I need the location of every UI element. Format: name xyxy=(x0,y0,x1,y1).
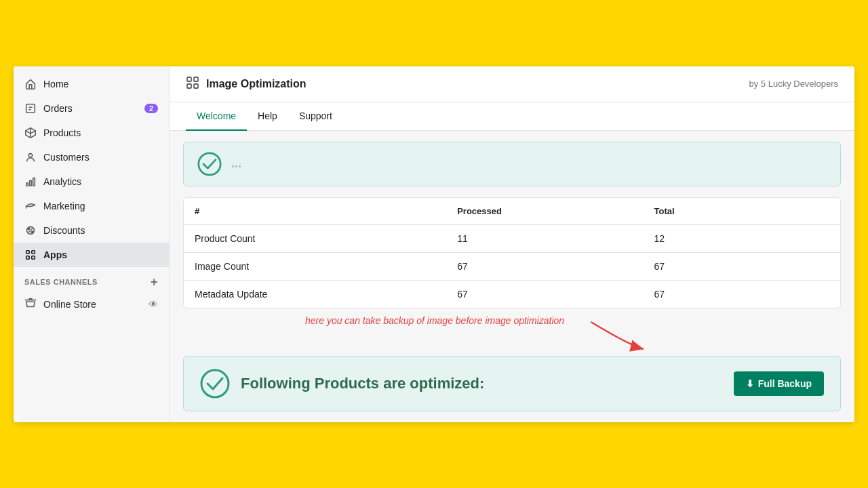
svg-rect-0 xyxy=(26,104,35,113)
annotation-area: here you can take backup of image before… xyxy=(183,308,841,356)
marketing-icon xyxy=(24,200,37,212)
orders-badge: 2 xyxy=(144,104,158,113)
table-row: Metadata Update 67 67 xyxy=(184,280,840,308)
full-backup-button[interactable]: ⬇ Full Backup xyxy=(734,371,824,396)
top-status-banner: ... xyxy=(183,142,841,186)
svg-rect-11 xyxy=(187,77,191,81)
cell-total: 12 xyxy=(644,224,840,252)
sidebar-item-customers[interactable]: Customers xyxy=(14,145,169,169)
svg-point-17 xyxy=(201,370,229,397)
page-title: Image Optimization xyxy=(206,78,307,90)
sidebar-item-marketing-label: Marketing xyxy=(43,201,85,211)
sidebar-item-apps-label: Apps xyxy=(43,249,67,260)
svg-rect-9 xyxy=(26,256,30,259)
sidebar-item-products[interactable]: Products xyxy=(14,121,169,145)
nav-tabs: Welcome Help Support xyxy=(170,102,854,131)
download-icon: ⬇ xyxy=(746,378,754,389)
online-store-actions: 👁 xyxy=(149,299,158,310)
home-icon xyxy=(24,78,37,90)
sidebar-item-home[interactable]: Home xyxy=(14,72,169,96)
svg-rect-12 xyxy=(194,77,198,81)
cell-total: 67 xyxy=(644,280,840,308)
svg-rect-3 xyxy=(30,180,32,186)
stats-table: # Processed Total Product Count 11 12 Im… xyxy=(183,197,841,308)
annotation-text: here you can take backup of image before… xyxy=(305,315,564,326)
cell-total: 67 xyxy=(644,252,840,280)
tab-help[interactable]: Help xyxy=(247,102,288,131)
sidebar-item-online-store[interactable]: Online Store 👁 xyxy=(14,292,169,317)
col-header-total: Total xyxy=(644,198,840,225)
apps-icon xyxy=(24,249,37,261)
svg-point-15 xyxy=(199,152,220,174)
tab-welcome[interactable]: Welcome xyxy=(186,102,247,131)
table-row: Image Count 67 67 xyxy=(184,252,840,280)
tab-support[interactable]: Support xyxy=(288,102,343,131)
svg-point-1 xyxy=(28,153,32,157)
bottom-status-banner: Following Products are optimized: ⬇ Full… xyxy=(183,356,841,411)
header-by-text: by 5 Lucky Developers xyxy=(749,79,838,89)
analytics-icon xyxy=(24,176,37,188)
top-banner-text: ... xyxy=(231,157,241,171)
content-area: ... # Processed Total Product Count 11 xyxy=(170,131,854,422)
col-header-processed: Processed xyxy=(446,198,643,225)
eye-icon[interactable]: 👁 xyxy=(149,299,158,310)
sidebar: Home Orders 2 Products xyxy=(14,66,170,422)
sidebar-item-orders-label: Orders xyxy=(43,103,73,114)
header-left: Image Optimization xyxy=(186,76,307,92)
sidebar-item-home-label: Home xyxy=(43,79,68,89)
cell-processed: 67 xyxy=(446,252,643,280)
svg-rect-13 xyxy=(187,84,191,88)
cell-processed: 67 xyxy=(446,280,643,308)
sidebar-item-customers-label: Customers xyxy=(43,152,90,163)
sidebar-item-apps[interactable]: Apps xyxy=(14,243,169,267)
bottom-check-icon xyxy=(200,369,230,399)
orders-icon xyxy=(24,102,37,115)
svg-rect-4 xyxy=(33,178,35,186)
app-header: Image Optimization by 5 Lucky Developers xyxy=(170,66,854,102)
grid-icon xyxy=(186,76,199,92)
sidebar-item-products-label: Products xyxy=(43,127,81,138)
svg-rect-10 xyxy=(32,256,35,259)
products-icon xyxy=(24,127,37,139)
online-store-icon xyxy=(24,298,37,312)
full-backup-label: Full Backup xyxy=(758,378,812,389)
app-window: Home Orders 2 Products xyxy=(14,66,854,422)
svg-rect-2 xyxy=(26,182,28,186)
main-content: Image Optimization by 5 Lucky Developers… xyxy=(170,66,854,422)
sidebar-item-marketing[interactable]: Marketing xyxy=(14,194,169,218)
cell-name: Product Count xyxy=(184,224,446,252)
col-header-name: # xyxy=(184,198,446,225)
cell-name: Metadata Update xyxy=(184,280,446,308)
sidebar-item-orders[interactable]: Orders 2 xyxy=(14,96,169,121)
top-check-icon xyxy=(197,152,222,176)
online-store-label: Online Store xyxy=(43,299,96,310)
customers-icon xyxy=(24,151,37,163)
svg-rect-14 xyxy=(194,84,198,88)
bottom-banner-text: Following Products are optimized: xyxy=(241,375,723,392)
svg-rect-8 xyxy=(32,250,35,253)
sidebar-item-discounts[interactable]: Discounts xyxy=(14,218,169,243)
sidebar-item-analytics[interactable]: Analytics xyxy=(14,169,169,194)
discounts-icon xyxy=(24,224,37,237)
svg-rect-7 xyxy=(26,250,30,253)
cell-name: Image Count xyxy=(184,252,446,280)
sales-channels-header: SALES CHANNELS + xyxy=(14,267,169,292)
table-row: Product Count 11 12 xyxy=(184,224,840,252)
add-sales-channel-icon[interactable]: + xyxy=(151,275,158,289)
sidebar-item-analytics-label: Analytics xyxy=(43,176,81,187)
cell-processed: 11 xyxy=(446,224,643,252)
sidebar-item-discounts-label: Discounts xyxy=(43,225,85,236)
